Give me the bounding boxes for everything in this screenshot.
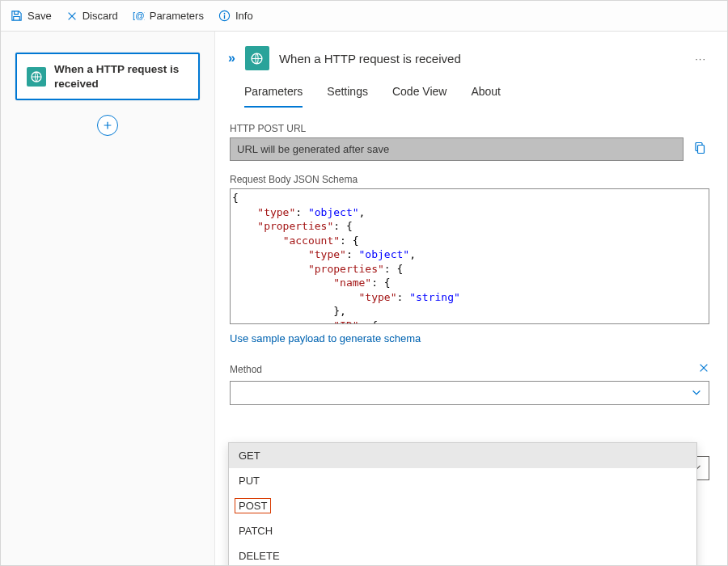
- method-option-patch[interactable]: PATCH: [229, 518, 696, 543]
- trigger-card[interactable]: When a HTTP request is received: [15, 53, 200, 100]
- toolbar: Save Discard [@] Parameters Info: [1, 1, 727, 32]
- url-label: HTTP POST URL: [230, 123, 709, 134]
- http-request-icon: [245, 46, 269, 70]
- http-request-icon: [27, 67, 46, 87]
- schema-label: Request Body JSON Schema: [230, 174, 709, 185]
- parameters-label: Parameters: [150, 10, 204, 22]
- plus-icon: [102, 120, 113, 131]
- copy-url-button[interactable]: [690, 138, 709, 160]
- method-dropdown: GET PUT POST PATCH DELETE Enter custom v…: [228, 442, 697, 566]
- designer-canvas: When a HTTP request is received: [1, 32, 215, 566]
- tabs: Parameters Settings Code View About: [228, 85, 709, 108]
- chevron-down-icon: [691, 386, 702, 400]
- detail-pane: » When a HTTP request is received ··· Pa…: [215, 32, 727, 566]
- method-option-post[interactable]: POST: [229, 493, 696, 518]
- svg-rect-3: [224, 15, 225, 19]
- tab-about[interactable]: About: [471, 85, 501, 108]
- schema-textarea[interactable]: { "type": "object", "properties": { "acc…: [230, 188, 709, 324]
- clear-method-button[interactable]: [698, 362, 709, 376]
- method-option-get[interactable]: GET: [229, 443, 696, 468]
- svg-point-2: [224, 13, 226, 15]
- ellipsis-icon: ···: [695, 53, 706, 65]
- svg-text:[@]: [@]: [133, 11, 145, 20]
- tab-settings[interactable]: Settings: [327, 85, 368, 108]
- parameters-button[interactable]: [@] Parameters: [133, 10, 204, 22]
- method-option-put[interactable]: PUT: [229, 468, 696, 493]
- method-label: Method: [230, 364, 262, 375]
- tab-parameters[interactable]: Parameters: [244, 85, 303, 108]
- save-label: Save: [28, 10, 52, 22]
- info-label: Info: [235, 10, 253, 22]
- add-step-button[interactable]: [97, 115, 118, 136]
- sample-payload-link[interactable]: Use sample payload to generate schema: [230, 332, 421, 344]
- copy-icon: [693, 142, 706, 154]
- detail-header: » When a HTTP request is received ···: [228, 46, 709, 70]
- chevron-double-right-icon: »: [228, 51, 235, 65]
- parameters-icon: [@]: [133, 10, 145, 22]
- tab-code-view[interactable]: Code View: [392, 85, 447, 108]
- info-icon: [218, 10, 231, 22]
- url-field: URL will be generated after save: [230, 137, 684, 161]
- discard-label: Discard: [83, 10, 118, 22]
- save-icon: [11, 10, 23, 22]
- trigger-title: When a HTTP request is received: [54, 62, 188, 91]
- method-select[interactable]: [230, 381, 709, 405]
- close-icon: [698, 362, 709, 374]
- info-button[interactable]: Info: [218, 10, 253, 22]
- detail-title: When a HTTP request is received: [279, 52, 682, 65]
- svg-rect-7: [698, 146, 705, 154]
- collapse-button[interactable]: »: [228, 51, 235, 65]
- close-icon: [66, 11, 78, 22]
- more-menu-button[interactable]: ···: [692, 49, 709, 68]
- save-button[interactable]: Save: [11, 10, 52, 22]
- method-option-delete[interactable]: DELETE: [229, 543, 696, 566]
- discard-button[interactable]: Discard: [66, 10, 118, 22]
